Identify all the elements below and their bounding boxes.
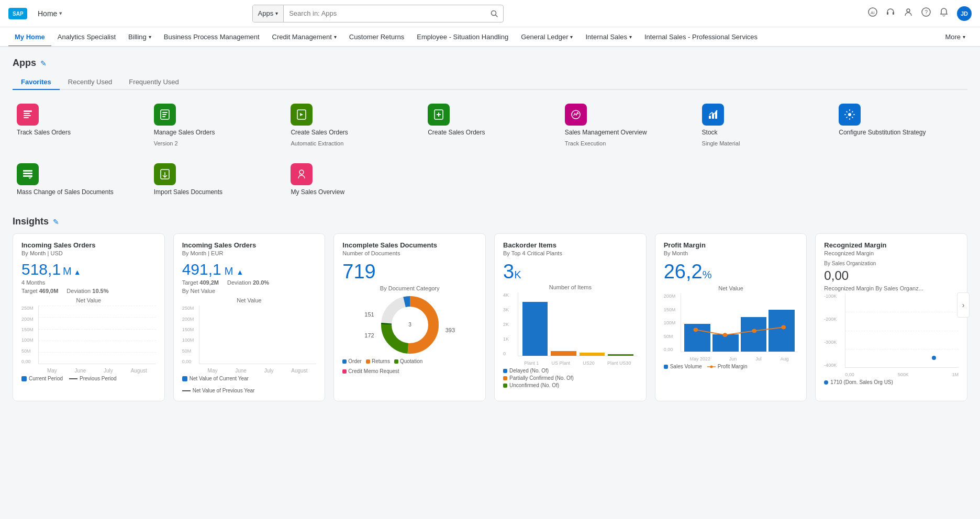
app-icon-mass-change bbox=[17, 163, 39, 185]
nav-item-returns[interactable]: Customer Returns bbox=[343, 28, 410, 47]
chart-incomplete-docs: Incomplete Sales Documents Number of Doc… bbox=[333, 233, 486, 401]
nav-item-internal-sales-pro[interactable]: Internal Sales - Professional Services bbox=[638, 28, 764, 47]
chart-recognized-margin: Recognized Margin Recognized Margin By S… bbox=[815, 233, 967, 401]
apps-title: Apps bbox=[13, 58, 36, 69]
svg-rect-16 bbox=[162, 112, 168, 113]
credit-chevron: ▾ bbox=[334, 34, 337, 40]
tab-frequently-used[interactable]: Frequently Used bbox=[120, 75, 187, 90]
chart-subtitle-1: By Month | USD bbox=[21, 250, 156, 256]
nav-item-more[interactable]: More ▾ bbox=[939, 28, 972, 47]
chart-subtitle-2: By Month | EUR bbox=[182, 250, 317, 256]
nav-item-ledger[interactable]: General Ledger ▾ bbox=[515, 28, 579, 47]
app-track-sales-orders[interactable]: Track Sales Orders bbox=[13, 98, 146, 152]
user-icon[interactable] bbox=[904, 7, 913, 19]
search-input[interactable] bbox=[284, 9, 485, 17]
copilot-icon[interactable]: AI bbox=[868, 7, 877, 19]
app-icon-my-sales bbox=[291, 163, 313, 185]
svg-rect-6 bbox=[887, 12, 888, 15]
insights-edit-icon[interactable]: ✎ bbox=[53, 218, 59, 226]
app-create-sales-auto[interactable]: Create Sales Orders Automatic Extraction bbox=[286, 98, 419, 152]
nav-item-analytics[interactable]: Analytics Specialist bbox=[51, 28, 122, 47]
nav-item-my-home[interactable]: My Home bbox=[8, 28, 51, 47]
tab-favorites[interactable]: Favorites bbox=[13, 75, 60, 90]
insights-section-header: Insights ✎ bbox=[13, 216, 967, 227]
app-label-sales-mgmt: Sales Management Overview bbox=[565, 129, 647, 137]
apps-edit-icon[interactable]: ✎ bbox=[40, 59, 47, 67]
search-scope-selector[interactable]: Apps ▾ bbox=[253, 5, 284, 22]
chart-subtitle-4: By Top 4 Critical Plants bbox=[503, 250, 638, 256]
chart-title-5: Profit Margin bbox=[664, 241, 798, 249]
app-icon-import-sales bbox=[154, 163, 176, 185]
svg-rect-24 bbox=[709, 116, 711, 119]
svg-rect-30 bbox=[23, 173, 32, 174]
search-button[interactable] bbox=[485, 10, 503, 17]
insights-section: Insights ✎ Incoming Sales Orders By Mont… bbox=[13, 216, 967, 401]
nav-item-billing[interactable]: Billing ▾ bbox=[122, 28, 158, 47]
help-icon[interactable]: ? bbox=[921, 7, 931, 19]
nav-item-employee[interactable]: Employee - Situation Handling bbox=[410, 28, 515, 47]
apps-section-header: Apps ✎ bbox=[13, 58, 967, 69]
ledger-chevron: ▾ bbox=[570, 34, 573, 40]
svg-rect-17 bbox=[162, 114, 166, 115]
app-sublabel-create-auto: Automatic Extraction bbox=[291, 140, 343, 146]
svg-rect-13 bbox=[24, 115, 31, 116]
app-manage-sales-orders[interactable]: Manage Sales Orders Version 2 bbox=[150, 98, 283, 152]
chart-title-3: Incomplete Sales Documents bbox=[342, 241, 477, 249]
apps-tabs: Favorites Recently Used Frequently Used bbox=[13, 75, 967, 90]
app-label-manage-sales: Manage Sales Orders bbox=[154, 129, 215, 137]
svg-point-27 bbox=[716, 110, 717, 112]
svg-rect-18 bbox=[162, 116, 165, 117]
chart-profit-margin: Profit Margin By Month 26,2% Net Value 2… bbox=[655, 233, 807, 401]
svg-rect-31 bbox=[23, 175, 32, 177]
nav-item-credit[interactable]: Credit Management ▾ bbox=[266, 28, 343, 47]
app-configure-sub[interactable]: Configure Substitution Strategy bbox=[834, 98, 967, 152]
app-icon-configure-sub bbox=[839, 104, 861, 126]
billing-chevron: ▾ bbox=[149, 34, 151, 40]
nav-bar: My Home Analytics Specialist Billing ▾ B… bbox=[0, 27, 980, 47]
chart-title-6: Recognized Margin bbox=[824, 241, 959, 249]
search-scope-chevron: ▾ bbox=[275, 10, 278, 16]
app-import-sales[interactable]: Import Sales Documents bbox=[150, 158, 283, 202]
app-stock[interactable]: Stock Single Material bbox=[698, 98, 831, 152]
header-icons: AI ? JD bbox=[868, 6, 972, 21]
nav-item-bpm[interactable]: Business Process Management bbox=[158, 28, 266, 47]
app-label-import-sales: Import Sales Documents bbox=[154, 188, 222, 197]
search-scope-label: Apps bbox=[258, 9, 274, 17]
app-label-track-sales: Track Sales Orders bbox=[17, 129, 71, 137]
sap-logo[interactable]: SAP bbox=[8, 8, 27, 19]
scroll-right-arrow[interactable]: › bbox=[957, 292, 970, 318]
app-my-sales[interactable]: My Sales Overview bbox=[286, 158, 419, 202]
chart-backorder: Backorder Items By Top 4 Critical Plants… bbox=[494, 233, 647, 401]
app-icon-manage-sales bbox=[154, 104, 176, 126]
chart-subtitle-5: By Month bbox=[664, 250, 798, 256]
svg-text:3: 3 bbox=[408, 322, 411, 328]
svg-text:?: ? bbox=[925, 9, 928, 15]
avatar[interactable]: JD bbox=[957, 6, 972, 21]
svg-point-8 bbox=[907, 9, 910, 12]
app-mass-change[interactable]: Mass Change of Sales Documents bbox=[13, 158, 146, 202]
chart-title-1: Incoming Sales Orders bbox=[21, 241, 156, 249]
svg-point-28 bbox=[848, 113, 851, 116]
charts-row: Incoming Sales Orders By Month | USD 518… bbox=[13, 233, 967, 401]
app-label-my-sales: My Sales Overview bbox=[291, 188, 344, 197]
chart-subtitle-3: Number of Documents bbox=[342, 250, 477, 256]
svg-rect-25 bbox=[712, 114, 714, 119]
svg-rect-7 bbox=[893, 12, 894, 15]
top-header: SAP Home ▾ Apps ▾ AI ? bbox=[0, 0, 980, 27]
nav-item-internal-sales[interactable]: Internal Sales ▾ bbox=[579, 28, 638, 47]
headset-icon[interactable] bbox=[886, 7, 895, 19]
chart-subtitle-6: Recognized Margin bbox=[824, 250, 959, 256]
home-button[interactable]: Home ▾ bbox=[34, 7, 66, 20]
app-label-stock: Stock bbox=[702, 129, 718, 137]
svg-text:SAP: SAP bbox=[13, 11, 24, 17]
more-chevron: ▾ bbox=[963, 34, 965, 40]
notification-bell-icon[interactable] bbox=[939, 7, 949, 19]
app-sales-mgmt[interactable]: Sales Management Overview Track Executio… bbox=[561, 98, 694, 152]
app-sublabel-manage-sales: Version 2 bbox=[154, 140, 178, 146]
app-sublabel-sales-mgmt: Track Execution bbox=[565, 140, 606, 146]
app-label-mass-change: Mass Change of Sales Documents bbox=[17, 188, 114, 197]
app-label-create-auto: Create Sales Orders bbox=[291, 129, 348, 137]
app-create-sales-orders[interactable]: Create Sales Orders bbox=[424, 98, 556, 152]
tab-recently-used[interactable]: Recently Used bbox=[60, 75, 121, 90]
svg-rect-12 bbox=[24, 113, 30, 114]
